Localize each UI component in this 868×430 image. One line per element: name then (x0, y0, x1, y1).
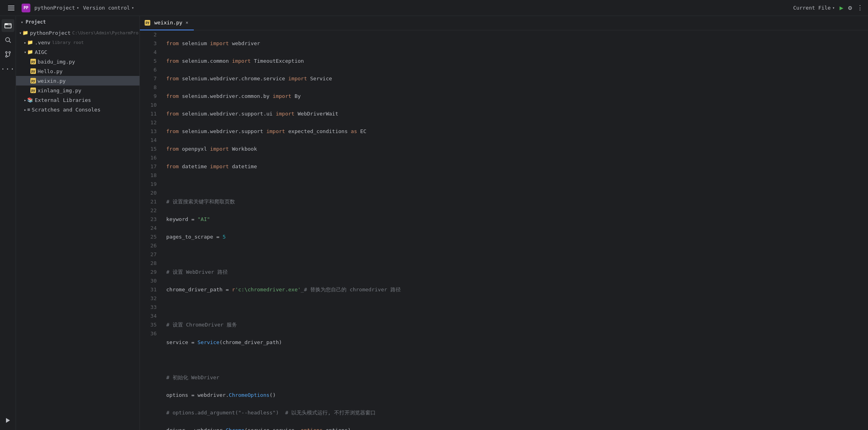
scrollbar-track[interactable] (863, 30, 868, 430)
hello-label: Hello.py (38, 68, 63, 74)
run-config-icon (5, 417, 11, 424)
code-line-8: from openpyxl import Workbook (166, 145, 863, 153)
svg-point-2 (6, 52, 7, 53)
tree-item-hello[interactable]: py Hello.py (16, 66, 139, 76)
version-control-chevron-icon: ▾ (131, 6, 134, 10)
sidebar-more-icon-button[interactable]: ··· (2, 62, 14, 75)
editor-area: py weixin.py ✕ 2 3 4 5 6 7 8 9 10 11 12 … (140, 16, 868, 430)
hamburger-icon (8, 6, 14, 10)
line-num-1: 2 (143, 30, 157, 39)
more-options-button[interactable]: ⋮ (857, 4, 863, 12)
line-num-30: 31 (143, 285, 157, 294)
tree-item-weixin[interactable]: py weixin.py (16, 76, 139, 86)
main-area: ··· ▾ Project ▾ 📁 pythonProject C:\Users… (0, 16, 868, 430)
tree-item-scratches[interactable]: ▸ ≡ Scratches and Consoles (16, 105, 139, 114)
tree-item-aigc[interactable]: ▾ 📁 AIGC (16, 47, 139, 57)
svg-point-3 (6, 56, 7, 57)
line-num-12: 13 (143, 127, 157, 136)
line-num-7: 8 (143, 83, 157, 92)
line-num-33: 34 (143, 312, 157, 321)
root-chevron-icon: ▾ (19, 31, 22, 35)
file-tree-panel: ▾ Project ▾ 📁 pythonProject C:\Users\Adm… (16, 16, 140, 430)
code-line-12: keyword = "AI" (166, 215, 863, 224)
sidebar-git-icon-button[interactable] (2, 48, 14, 61)
titlebar-right: Current File ▾ ▶ ⚙ ⋮ (793, 4, 863, 12)
scratches-chevron-icon: ▸ (24, 108, 26, 112)
code-line-7: from selenium.webdriver.support import e… (166, 127, 863, 136)
tree-item-root[interactable]: ▾ 📁 pythonProject C:\Users\Admin\Pycharm… (16, 28, 139, 38)
weixin-label: weixin.py (38, 78, 66, 84)
project-panel-header[interactable]: ▾ Project (16, 16, 139, 28)
code-line-21: # 初始化 WebDriver (166, 373, 863, 382)
line-num-24: 25 (143, 233, 157, 241)
line-num-27: 28 (143, 259, 157, 268)
project-name-label: pythonProject (34, 5, 75, 11)
line-num-15: 16 (143, 153, 157, 162)
version-control-label: Version control (83, 5, 130, 11)
tab-weixin-py-icon: py (145, 20, 150, 26)
ext-lib-folder-icon: 📚 (27, 97, 33, 103)
tab-weixin-label: weixin.py (154, 20, 182, 26)
line-num-9: 10 (143, 101, 157, 109)
line-num-22: 23 (143, 215, 157, 224)
current-file-button[interactable]: Current File ▾ (793, 5, 835, 11)
code-line-9: from datetime import datetime (166, 162, 863, 171)
tree-item-external-libraries[interactable]: ▸ 📚 External Libraries (16, 95, 139, 105)
code-line-2: from selenium import webdriver (166, 39, 863, 48)
line-num-13: 14 (143, 136, 157, 145)
sidebar-search-icon-button[interactable] (2, 34, 14, 46)
line-num-31: 32 (143, 294, 157, 303)
venv-chevron-icon: ▸ (24, 40, 26, 45)
line-num-17: 18 (143, 171, 157, 180)
line-num-25: 26 (143, 241, 157, 250)
venv-folder-icon: 📁 (27, 40, 33, 45)
code-content[interactable]: from selenium import webdriver from sele… (160, 30, 863, 430)
version-control-button[interactable]: Version control ▾ (83, 5, 134, 11)
tree-item-xinlang[interactable]: py xinlang_img.py (16, 86, 139, 95)
line-num-11: 12 (143, 118, 157, 127)
code-line-18: # 设置 ChromeDriver 服务 (166, 321, 863, 329)
tab-close-button[interactable]: ✕ (185, 20, 189, 26)
line-numbers: 2 3 4 5 6 7 8 9 10 11 12 13 14 15 16 17 … (140, 30, 160, 430)
app-logo: PP (22, 4, 30, 12)
current-file-chevron-icon: ▾ (832, 6, 835, 10)
run-button[interactable]: ▶ (840, 4, 844, 12)
scratches-icon: ≡ (27, 107, 30, 112)
project-panel-label: Project (26, 19, 46, 25)
code-line-19: service = Service(chrome_driver_path) (166, 338, 863, 347)
line-num-8: 9 (143, 92, 157, 101)
git-icon (4, 51, 12, 58)
line-num-2: 3 (143, 39, 157, 48)
project-name-button[interactable]: pythonProject ▾ (34, 5, 79, 11)
line-num-29: 30 (143, 277, 157, 285)
venv-label: .venv (35, 40, 50, 46)
code-line-6: from selenium.webdriver.support.ui impor… (166, 109, 863, 118)
venv-sublabel: library root (52, 40, 84, 45)
debug-button[interactable]: ⚙ (848, 4, 852, 12)
code-line-13: pages_to_scrape = 5 (166, 233, 863, 241)
current-file-label: Current File (793, 5, 831, 11)
sidebar-icon-bar: ··· (0, 16, 16, 430)
code-line-15: # 设置 WebDriver 路径 (166, 268, 863, 277)
tree-item-venv[interactable]: ▸ 📁 .venv library root (16, 38, 139, 47)
sidebar-project-icon-button[interactable] (2, 19, 14, 32)
xinlang-label: xinlang_img.py (38, 88, 82, 94)
baidu-label: baidu_img.py (38, 59, 75, 65)
sidebar-run-icon-button[interactable] (2, 414, 14, 427)
ext-lib-chevron-icon: ▸ (24, 98, 26, 102)
root-project-name: pythonProject (30, 30, 71, 36)
code-line-4: from selenium.webdriver.chrome.service i… (166, 74, 863, 83)
code-line-14 (166, 250, 863, 259)
line-num-20: 21 (143, 197, 157, 206)
code-editor: 2 3 4 5 6 7 8 9 10 11 12 13 14 15 16 17 … (140, 30, 868, 430)
tree-item-baidu[interactable]: py baidu_img.py (16, 57, 139, 66)
tab-bar: py weixin.py ✕ (140, 16, 868, 30)
line-num-4: 5 (143, 57, 157, 66)
hello-py-icon: py (30, 68, 36, 74)
xinlang-py-icon: py (30, 88, 36, 93)
code-line-17 (166, 303, 863, 312)
line-num-18: 19 (143, 180, 157, 189)
tab-weixin[interactable]: py weixin.py ✕ (140, 16, 194, 30)
hamburger-menu-button[interactable] (5, 2, 18, 14)
line-num-28: 29 (143, 268, 157, 277)
